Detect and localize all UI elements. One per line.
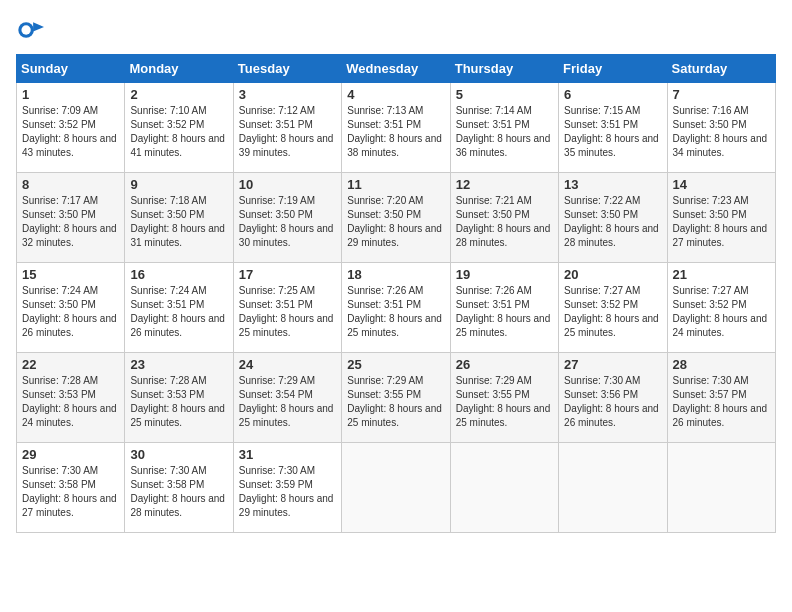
day-info: Sunrise: 7:29 AMSunset: 3:55 PMDaylight:…	[456, 375, 551, 428]
svg-point-1	[21, 25, 30, 34]
calendar-cell: 2 Sunrise: 7:10 AMSunset: 3:52 PMDayligh…	[125, 83, 233, 173]
day-number: 10	[239, 177, 336, 192]
day-info: Sunrise: 7:28 AMSunset: 3:53 PMDaylight:…	[22, 375, 117, 428]
calendar-table: SundayMondayTuesdayWednesdayThursdayFrid…	[16, 54, 776, 533]
day-info: Sunrise: 7:16 AMSunset: 3:50 PMDaylight:…	[673, 105, 768, 158]
day-number: 29	[22, 447, 119, 462]
day-info: Sunrise: 7:30 AMSunset: 3:56 PMDaylight:…	[564, 375, 659, 428]
calendar-cell: 17 Sunrise: 7:25 AMSunset: 3:51 PMDaylig…	[233, 263, 341, 353]
day-info: Sunrise: 7:15 AMSunset: 3:51 PMDaylight:…	[564, 105, 659, 158]
calendar-cell: 9 Sunrise: 7:18 AMSunset: 3:50 PMDayligh…	[125, 173, 233, 263]
calendar-cell: 19 Sunrise: 7:26 AMSunset: 3:51 PMDaylig…	[450, 263, 558, 353]
calendar-cell	[450, 443, 558, 533]
day-number: 15	[22, 267, 119, 282]
day-number: 7	[673, 87, 770, 102]
day-number: 21	[673, 267, 770, 282]
day-info: Sunrise: 7:10 AMSunset: 3:52 PMDaylight:…	[130, 105, 225, 158]
day-number: 23	[130, 357, 227, 372]
calendar-week-row: 15 Sunrise: 7:24 AMSunset: 3:50 PMDaylig…	[17, 263, 776, 353]
day-number: 13	[564, 177, 661, 192]
day-info: Sunrise: 7:14 AMSunset: 3:51 PMDaylight:…	[456, 105, 551, 158]
day-number: 18	[347, 267, 444, 282]
page-header	[16, 16, 776, 44]
calendar-cell	[559, 443, 667, 533]
weekday-header-friday: Friday	[559, 55, 667, 83]
weekday-header-wednesday: Wednesday	[342, 55, 450, 83]
day-number: 8	[22, 177, 119, 192]
day-number: 31	[239, 447, 336, 462]
calendar-cell: 29 Sunrise: 7:30 AMSunset: 3:58 PMDaylig…	[17, 443, 125, 533]
calendar-week-row: 8 Sunrise: 7:17 AMSunset: 3:50 PMDayligh…	[17, 173, 776, 263]
day-info: Sunrise: 7:30 AMSunset: 3:57 PMDaylight:…	[673, 375, 768, 428]
day-info: Sunrise: 7:30 AMSunset: 3:59 PMDaylight:…	[239, 465, 334, 518]
day-info: Sunrise: 7:09 AMSunset: 3:52 PMDaylight:…	[22, 105, 117, 158]
day-number: 24	[239, 357, 336, 372]
calendar-cell: 27 Sunrise: 7:30 AMSunset: 3:56 PMDaylig…	[559, 353, 667, 443]
weekday-header-saturday: Saturday	[667, 55, 775, 83]
day-info: Sunrise: 7:27 AMSunset: 3:52 PMDaylight:…	[673, 285, 768, 338]
calendar-cell: 3 Sunrise: 7:12 AMSunset: 3:51 PMDayligh…	[233, 83, 341, 173]
calendar-cell: 26 Sunrise: 7:29 AMSunset: 3:55 PMDaylig…	[450, 353, 558, 443]
day-number: 12	[456, 177, 553, 192]
day-info: Sunrise: 7:30 AMSunset: 3:58 PMDaylight:…	[130, 465, 225, 518]
calendar-cell: 5 Sunrise: 7:14 AMSunset: 3:51 PMDayligh…	[450, 83, 558, 173]
calendar-week-row: 22 Sunrise: 7:28 AMSunset: 3:53 PMDaylig…	[17, 353, 776, 443]
day-number: 26	[456, 357, 553, 372]
day-number: 28	[673, 357, 770, 372]
calendar-week-row: 29 Sunrise: 7:30 AMSunset: 3:58 PMDaylig…	[17, 443, 776, 533]
calendar-cell: 8 Sunrise: 7:17 AMSunset: 3:50 PMDayligh…	[17, 173, 125, 263]
day-info: Sunrise: 7:21 AMSunset: 3:50 PMDaylight:…	[456, 195, 551, 248]
day-number: 16	[130, 267, 227, 282]
day-number: 4	[347, 87, 444, 102]
day-number: 22	[22, 357, 119, 372]
day-info: Sunrise: 7:13 AMSunset: 3:51 PMDaylight:…	[347, 105, 442, 158]
calendar-cell: 11 Sunrise: 7:20 AMSunset: 3:50 PMDaylig…	[342, 173, 450, 263]
day-number: 3	[239, 87, 336, 102]
calendar-cell: 13 Sunrise: 7:22 AMSunset: 3:50 PMDaylig…	[559, 173, 667, 263]
calendar-cell: 12 Sunrise: 7:21 AMSunset: 3:50 PMDaylig…	[450, 173, 558, 263]
day-info: Sunrise: 7:26 AMSunset: 3:51 PMDaylight:…	[347, 285, 442, 338]
calendar-cell	[342, 443, 450, 533]
day-number: 1	[22, 87, 119, 102]
day-number: 9	[130, 177, 227, 192]
day-number: 5	[456, 87, 553, 102]
day-info: Sunrise: 7:22 AMSunset: 3:50 PMDaylight:…	[564, 195, 659, 248]
calendar-cell: 6 Sunrise: 7:15 AMSunset: 3:51 PMDayligh…	[559, 83, 667, 173]
day-number: 30	[130, 447, 227, 462]
calendar-cell: 22 Sunrise: 7:28 AMSunset: 3:53 PMDaylig…	[17, 353, 125, 443]
logo-icon	[16, 16, 44, 44]
day-info: Sunrise: 7:18 AMSunset: 3:50 PMDaylight:…	[130, 195, 225, 248]
calendar-cell: 20 Sunrise: 7:27 AMSunset: 3:52 PMDaylig…	[559, 263, 667, 353]
calendar-cell	[667, 443, 775, 533]
weekday-header-monday: Monday	[125, 55, 233, 83]
day-info: Sunrise: 7:24 AMSunset: 3:51 PMDaylight:…	[130, 285, 225, 338]
day-number: 6	[564, 87, 661, 102]
calendar-cell: 4 Sunrise: 7:13 AMSunset: 3:51 PMDayligh…	[342, 83, 450, 173]
day-info: Sunrise: 7:30 AMSunset: 3:58 PMDaylight:…	[22, 465, 117, 518]
day-info: Sunrise: 7:27 AMSunset: 3:52 PMDaylight:…	[564, 285, 659, 338]
calendar-cell: 18 Sunrise: 7:26 AMSunset: 3:51 PMDaylig…	[342, 263, 450, 353]
calendar-cell: 10 Sunrise: 7:19 AMSunset: 3:50 PMDaylig…	[233, 173, 341, 263]
day-info: Sunrise: 7:28 AMSunset: 3:53 PMDaylight:…	[130, 375, 225, 428]
svg-marker-2	[33, 22, 44, 31]
calendar-week-row: 1 Sunrise: 7:09 AMSunset: 3:52 PMDayligh…	[17, 83, 776, 173]
calendar-cell: 23 Sunrise: 7:28 AMSunset: 3:53 PMDaylig…	[125, 353, 233, 443]
calendar-cell: 7 Sunrise: 7:16 AMSunset: 3:50 PMDayligh…	[667, 83, 775, 173]
day-number: 25	[347, 357, 444, 372]
day-number: 14	[673, 177, 770, 192]
calendar-cell: 21 Sunrise: 7:27 AMSunset: 3:52 PMDaylig…	[667, 263, 775, 353]
day-info: Sunrise: 7:26 AMSunset: 3:51 PMDaylight:…	[456, 285, 551, 338]
calendar-cell: 24 Sunrise: 7:29 AMSunset: 3:54 PMDaylig…	[233, 353, 341, 443]
calendar-cell: 15 Sunrise: 7:24 AMSunset: 3:50 PMDaylig…	[17, 263, 125, 353]
day-info: Sunrise: 7:29 AMSunset: 3:54 PMDaylight:…	[239, 375, 334, 428]
day-number: 27	[564, 357, 661, 372]
weekday-header-sunday: Sunday	[17, 55, 125, 83]
calendar-cell: 31 Sunrise: 7:30 AMSunset: 3:59 PMDaylig…	[233, 443, 341, 533]
weekday-header-tuesday: Tuesday	[233, 55, 341, 83]
day-info: Sunrise: 7:23 AMSunset: 3:50 PMDaylight:…	[673, 195, 768, 248]
weekday-header-thursday: Thursday	[450, 55, 558, 83]
calendar-cell: 30 Sunrise: 7:30 AMSunset: 3:58 PMDaylig…	[125, 443, 233, 533]
calendar-cell: 16 Sunrise: 7:24 AMSunset: 3:51 PMDaylig…	[125, 263, 233, 353]
day-info: Sunrise: 7:17 AMSunset: 3:50 PMDaylight:…	[22, 195, 117, 248]
day-number: 2	[130, 87, 227, 102]
